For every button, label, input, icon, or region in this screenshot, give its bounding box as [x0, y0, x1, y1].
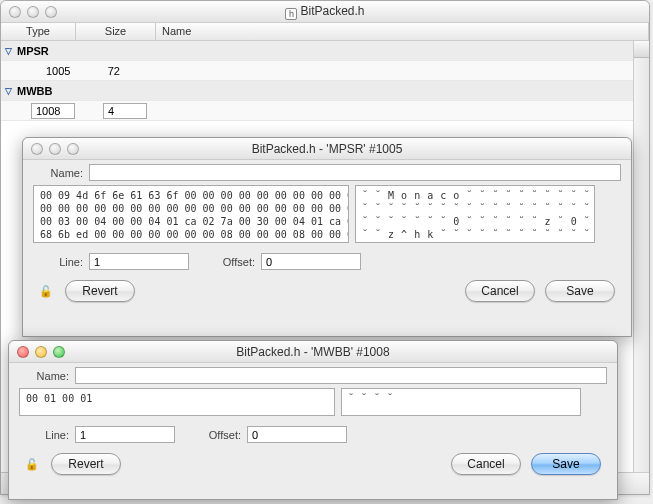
editor-window-mwbb: BitPacked.h - 'MWBB' #1008 Name: 00 01 0… [8, 340, 618, 500]
main-titlebar: hBitPacked.h [1, 1, 649, 23]
scrollbar[interactable] [633, 41, 649, 472]
column-header-type[interactable]: Type [1, 23, 76, 40]
close-icon[interactable] [17, 346, 29, 358]
save-button[interactable]: Save [545, 280, 615, 302]
offset-label: Offset: [195, 256, 255, 268]
editor2-title: BitPacked.h - 'MWBB' #1008 [9, 345, 617, 359]
editor2-titlebar: BitPacked.h - 'MWBB' #1008 [9, 341, 617, 363]
line-input[interactable] [75, 426, 175, 443]
zoom-icon[interactable] [67, 143, 79, 155]
editor1-title: BitPacked.h - 'MPSR' #1005 [23, 142, 631, 156]
name-label: Name: [19, 370, 69, 382]
line-input[interactable] [89, 253, 189, 270]
main-window-title: hBitPacked.h [1, 4, 649, 20]
lock-icon[interactable]: 🔓 [39, 285, 53, 298]
tree-group-label: MWBB [15, 85, 76, 97]
offset-label: Offset: [181, 429, 241, 441]
editor-window-mpsr: BitPacked.h - 'MPSR' #1005 Name: 00 09 4… [22, 137, 632, 337]
line-label: Line: [33, 256, 83, 268]
traffic-lights [1, 6, 57, 18]
column-header-name[interactable]: Name [156, 23, 649, 40]
cancel-button[interactable]: Cancel [451, 453, 521, 475]
column-headers: Type Size Name [1, 23, 649, 41]
revert-button[interactable]: Revert [65, 280, 135, 302]
lock-icon[interactable]: 🔓 [25, 458, 39, 471]
close-icon[interactable] [9, 6, 21, 18]
close-icon[interactable] [31, 143, 43, 155]
save-button[interactable]: Save [531, 453, 601, 475]
header-file-icon: h [285, 8, 297, 20]
column-header-size[interactable]: Size [76, 23, 156, 40]
line-label: Line: [19, 429, 69, 441]
resource-id[interactable]: 1008 [31, 103, 75, 119]
traffic-lights [9, 346, 65, 358]
offset-input[interactable] [247, 426, 347, 443]
offset-input[interactable] [261, 253, 361, 270]
zoom-icon[interactable] [45, 6, 57, 18]
disclosure-triangle-icon[interactable]: ▽ [1, 46, 15, 56]
tree-group-label: MPSR [15, 45, 76, 57]
hex-view[interactable]: 00 09 4d 6f 6e 61 63 6f 00 00 00 00 00 0… [33, 185, 349, 243]
name-input[interactable] [89, 164, 621, 181]
minimize-icon[interactable] [35, 346, 47, 358]
minimize-icon[interactable] [49, 143, 61, 155]
minimize-icon[interactable] [27, 6, 39, 18]
tree-group-mwbb[interactable]: ▽ MWBB [1, 81, 649, 101]
tree-group-mpsr[interactable]: ▽ MPSR [1, 41, 649, 61]
revert-button[interactable]: Revert [51, 453, 121, 475]
resource-size[interactable]: 4 [103, 103, 147, 119]
ascii-view[interactable]: ˘ ˘ ˘ ˘ [341, 388, 581, 416]
resource-size: 72 [75, 64, 135, 78]
hex-view[interactable]: 00 01 00 01 [19, 388, 335, 416]
ascii-view[interactable]: ˘ ˘ M o n a c o ˘ ˘ ˘ ˘ ˘ ˘ ˘ ˘ ˘ ˘ ˘ ˘ … [355, 185, 595, 243]
zoom-icon[interactable] [53, 346, 65, 358]
name-label: Name: [33, 167, 83, 179]
traffic-lights [23, 143, 79, 155]
resource-id: 1005 [15, 64, 75, 78]
editor1-titlebar: BitPacked.h - 'MPSR' #1005 [23, 138, 631, 160]
tree-row-1008[interactable]: 1008 4 [1, 101, 649, 121]
tree-row-1005[interactable]: 1005 72 [1, 61, 649, 81]
cancel-button[interactable]: Cancel [465, 280, 535, 302]
name-input[interactable] [75, 367, 607, 384]
disclosure-triangle-icon[interactable]: ▽ [1, 86, 15, 96]
